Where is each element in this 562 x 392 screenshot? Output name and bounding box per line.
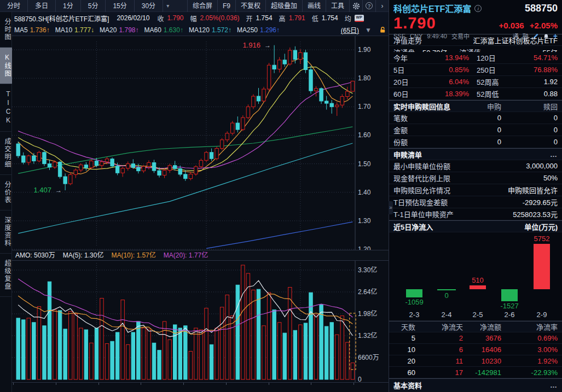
sidebar-item-price-table[interactable]: 分价表 <box>0 175 12 210</box>
info-icon[interactable]: i <box>474 5 482 12</box>
realtime-row-shares: 份额 0 0 <box>389 136 562 148</box>
chevron-down-icon[interactable]: ▼ <box>365 26 372 34</box>
last-price: 1.790 <box>393 15 436 31</box>
ma20-legend: MA20 1.798↑ <box>100 26 138 34</box>
perf-row-60d: 60日18.39% 52周低0.88 <box>389 88 562 100</box>
ma10-legend: MA10 1.777↓ <box>55 26 94 34</box>
inflow-value-label: 0 <box>430 291 463 300</box>
net-inflow-header: 近5日净流入 单位(万元) <box>389 220 562 232</box>
inflow-value-label: 5752 <box>525 235 558 243</box>
inflow-category-label: 2-4 <box>430 311 463 319</box>
tab-15min[interactable]: 15分 <box>106 0 134 12</box>
date-label: 2026/02/10 <box>117 14 149 22</box>
chevron-down-icon[interactable]: ▾ <box>163 3 172 9</box>
range-value: 2.05%(0.036) <box>200 14 240 22</box>
sidebar-item-kline-chart[interactable]: K线图 <box>0 48 12 84</box>
menu-draw-line[interactable]: 画线 <box>302 0 326 12</box>
trading-app-window: 分时 多日 1分 5分 15分 30分 ▾ 综合屏 F9 不复权 超级叠加 画线… <box>0 0 562 392</box>
period-selector[interactable]: (65日) <box>341 25 359 34</box>
tab-30min[interactable]: 30分 <box>135 0 163 12</box>
ma60-legend: MA60 1.630↑ <box>144 26 183 34</box>
high-value: 1.791 <box>289 14 305 22</box>
tab-1min[interactable]: 1分 <box>56 0 81 12</box>
svg-text:2.64亿: 2.64亿 <box>358 288 377 296</box>
realtime-row-amount: 金额 0 0 <box>389 124 562 136</box>
volume-svg: 3.30亿2.64亿1.98亿1.32亿6600万0 <box>12 261 389 382</box>
kline-chart[interactable]: 1.901.801.701.601.501.401.301.201.916→1.… <box>12 36 389 250</box>
open-value: 1.754 <box>256 14 273 22</box>
more-button[interactable]: … <box>550 150 558 159</box>
redemption-row-allow: 申购赎回允许情况申购赎回皆允许 <box>389 184 562 196</box>
tab-timeshare[interactable]: 分时 <box>0 0 28 12</box>
realtime-row-count: 笔数 0 0 <box>389 112 562 124</box>
clipped-float-row: 流通盘 50.79亿 流通值 55亿 <box>389 46 562 52</box>
low-value: 1.754 <box>322 14 338 22</box>
inflow-category-label: 2-6 <box>493 311 526 319</box>
trading-status: 交易中 <box>451 32 470 40</box>
redemption-row-t1-asset: T-1日单位申赎资产5258023.53元 <box>389 208 562 220</box>
nav-trend-row[interactable]: 净值走势 汇添富上证科创板芯片ETF <box>389 34 562 46</box>
net-inflow-bar-chart: -10592-302-45102-5-15272-657522-9 <box>389 232 562 321</box>
amo-value: AMO: 5030万 <box>15 250 55 260</box>
close-value: 1.790 <box>167 14 183 22</box>
svg-text:1.30: 1.30 <box>358 217 371 225</box>
vol-ma5: MA(5): 1.30亿 <box>63 250 104 260</box>
wp-indicator-icon[interactable]: WP <box>355 15 364 22</box>
price-change-pct: +2.05% <box>530 21 558 30</box>
tab-5min[interactable]: 5分 <box>81 0 106 12</box>
svg-text:1.916: 1.916 <box>242 41 260 49</box>
left-sidebar: 分时图 K线图 TICK 成交明细 分价表 深度资料 超级复盘 <box>0 12 12 392</box>
redemption-list-header: 申赎清单 … <box>389 148 562 160</box>
inflow-category-label: 2-5 <box>461 311 494 319</box>
quote-panel: » 科创芯片ETF汇添富 i 588750 1.790 +0.036 +2.05… <box>389 0 562 392</box>
svg-text:1.80: 1.80 <box>358 74 371 82</box>
sidebar-item-tick[interactable]: TICK <box>0 84 12 132</box>
ma5-legend: MA5 1.736↑ <box>14 26 50 34</box>
inflow-bar <box>534 244 550 289</box>
svg-text:→: → <box>55 186 62 194</box>
expand-right-icon[interactable]: › <box>375 0 389 12</box>
panel-collapse-handle[interactable]: » <box>389 201 393 214</box>
volume-chart[interactable]: 3.30亿2.64亿1.98亿1.32亿6600万0 <box>12 261 389 382</box>
svg-text:1.50: 1.50 <box>358 160 371 168</box>
menu-f9[interactable]: F9 <box>217 0 235 12</box>
gear-icon[interactable] <box>349 0 362 12</box>
redemption-row-cash-cap: 现金替代比例上限50% <box>389 172 562 184</box>
quote-info-bar: 588750.SH[科创芯片ETF汇添富] 2026/02/10 收 1.790… <box>12 12 389 24</box>
tab-multiday[interactable]: 多日 <box>28 0 56 12</box>
sidebar-item-super-replay[interactable]: 超级复盘 <box>0 254 12 297</box>
inflow-bar <box>406 289 422 297</box>
sidebar-item-trade-detail[interactable]: 成交明细 <box>0 132 12 175</box>
kline-svg: 1.901.801.701.601.501.401.301.201.916→1.… <box>12 36 389 250</box>
ma-legend-bar: MA5 1.736↑ MA10 1.777↓ MA20 1.798↑ MA60 … <box>12 24 389 36</box>
price-change: +0.036 <box>499 21 524 30</box>
help-icon[interactable]: ? <box>362 0 375 12</box>
symbol-label: 588750.SH[科创芯片ETF汇添富] <box>14 14 109 23</box>
svg-text:1.40: 1.40 <box>358 189 371 196</box>
svg-text:1.60: 1.60 <box>358 131 371 139</box>
more-button[interactable]: … <box>550 381 558 389</box>
menu-no-adjust[interactable]: 不复权 <box>235 0 265 12</box>
inflow-category-label: 2-3 <box>398 311 431 319</box>
inflow-bar <box>437 289 456 290</box>
sidebar-item-depth-data[interactable]: 深度资料 <box>0 210 12 254</box>
x-axis-strip <box>12 382 389 392</box>
flow-row-20: 20 11 10230 1.92% <box>389 355 562 367</box>
flow-table-header: 天数 净流天 净流额 净流率 <box>389 321 562 332</box>
menu-tools[interactable]: 工具 <box>326 0 349 12</box>
sidebar-item-timeshare-chart[interactable]: 分时图 <box>0 12 12 48</box>
inflow-value-label: 510 <box>461 276 494 284</box>
perf-row-ytd: 今年13.94% 120日54.71% <box>389 52 562 64</box>
svg-text:0: 0 <box>358 376 362 382</box>
top-toolbar: 分时 多日 1分 5分 15分 30分 ▾ 综合屏 F9 不复权 超级叠加 画线… <box>0 0 389 12</box>
inflow-value-label: -1059 <box>398 298 431 306</box>
vol-ma10: MA(10): 1.57亿 <box>111 250 155 260</box>
quote-time: 9:49:40 <box>427 33 447 39</box>
vol-ma20: MA(20): 1.77亿 <box>164 250 208 260</box>
svg-text:6600万: 6600万 <box>358 354 379 361</box>
fund-name: 科创芯片ETF汇添富 <box>393 2 471 15</box>
menu-super-overlay[interactable]: 超级叠加 <box>265 0 302 12</box>
inflow-bar <box>470 285 486 289</box>
menu-composite-screen[interactable]: 综合屏 <box>187 0 217 12</box>
lock-icon[interactable] <box>379 26 386 33</box>
